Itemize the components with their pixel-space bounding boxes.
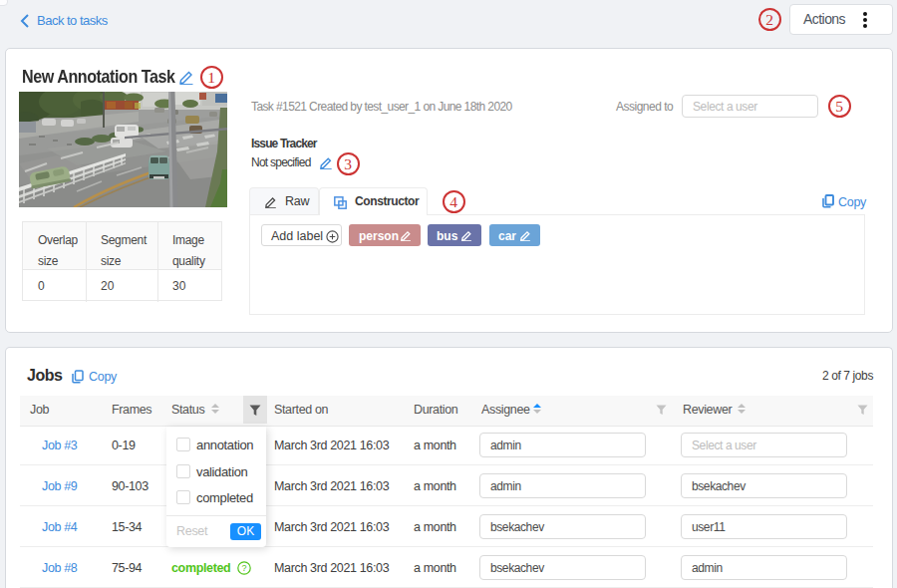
- svg-text:?: ?: [241, 563, 246, 573]
